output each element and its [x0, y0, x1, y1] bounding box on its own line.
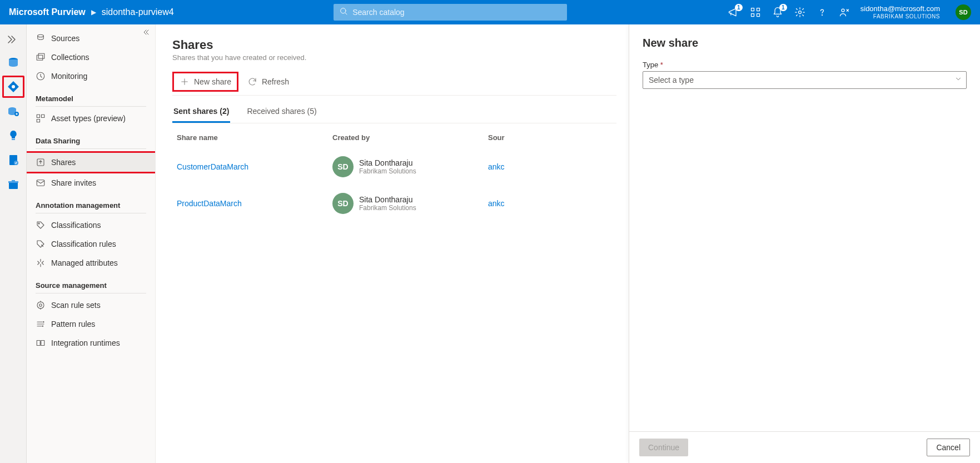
integration-runtimes-icon [36, 338, 46, 348]
sidebar-item-classification-rules[interactable]: Classification rules [27, 235, 155, 253]
classification-rules-icon [36, 239, 46, 249]
rail-data-map[interactable] [2, 76, 24, 98]
sources-icon [36, 33, 46, 43]
sidebar-item-scan-rule-sets[interactable]: Scan rule sets [27, 296, 155, 315]
classifications-icon [36, 220, 46, 230]
refresh-icon [247, 77, 257, 87]
tab-sent-shares[interactable]: Sent shares (2) [172, 102, 230, 123]
sidebar-item-label: Shares [51, 158, 76, 167]
notifications-badge: 1 [779, 4, 787, 11]
user-org: FABRIKAM SOLUTIONS [873, 13, 940, 20]
svg-point-28 [38, 223, 39, 224]
settings-icon[interactable] [794, 6, 806, 18]
source-link[interactable]: ankc [488, 162, 505, 171]
pattern-rules-icon [36, 319, 46, 329]
creator-cell: SD Sita Dontharaju Fabrikam Solutions [332, 193, 488, 214]
svg-point-0 [341, 8, 346, 13]
svg-rect-2 [751, 8, 754, 11]
share-name-link[interactable]: ProductDataMarch [177, 199, 332, 208]
sidebar-item-sources[interactable]: Sources [27, 29, 155, 48]
share-name-link[interactable]: CustomerDataMarch [177, 162, 332, 171]
source-link[interactable]: ankc [488, 199, 505, 208]
type-select[interactable]: Select a type [643, 71, 967, 89]
cancel-button[interactable]: Cancel [927, 439, 970, 456]
sidebar-item-label: Share invites [51, 178, 96, 187]
sidebar-item-shares[interactable]: Shares [27, 153, 155, 172]
creator-org: Fabrikam Solutions [359, 167, 416, 175]
collections-icon [36, 52, 46, 62]
column-share-name[interactable]: Share name [177, 133, 332, 142]
svg-rect-21 [38, 53, 44, 58]
svg-point-29 [37, 302, 44, 308]
rail-catalog[interactable] [2, 51, 24, 73]
cmd-label: New share [194, 77, 231, 86]
sidebar-item-monitoring[interactable]: Monitoring [27, 67, 155, 86]
table-row[interactable]: CustomerDataMarch SD Sita Dontharaju Fab… [172, 148, 616, 185]
type-select-input[interactable]: Select a type [643, 71, 967, 89]
sidebar-item-share-invites[interactable]: Share invites [27, 173, 155, 192]
notifications-icon[interactable]: 1 [772, 6, 784, 18]
svg-rect-3 [757, 8, 759, 11]
brand-title[interactable]: Microsoft Purview [9, 7, 86, 17]
divider [36, 106, 146, 107]
table-row[interactable]: ProductDataMarch SD Sita Dontharaju Fabr… [172, 185, 616, 222]
continue-button[interactable]: Continue [639, 439, 688, 456]
sidebar-item-label: Sources [51, 34, 79, 43]
refresh-button[interactable]: Refresh [242, 73, 295, 90]
help-icon[interactable] [816, 6, 828, 18]
type-field-label: Type * [643, 61, 967, 69]
rail-policy[interactable] [2, 149, 24, 171]
sidebar-item-collections[interactable]: Collections [27, 48, 155, 67]
feedback-icon[interactable] [838, 6, 850, 18]
rail-management[interactable] [2, 173, 24, 196]
sidebar-item-label: Integration runtimes [51, 338, 120, 347]
sidebar-item-managed-attributes[interactable]: Managed attributes [27, 253, 155, 272]
sidebar-item-pattern-rules[interactable]: Pattern rules [27, 315, 155, 333]
divider [36, 293, 146, 293]
creator-avatar: SD [332, 156, 354, 177]
directory-icon[interactable] [749, 6, 762, 18]
sidebar-item-label: Asset types (preview) [51, 114, 126, 123]
svg-rect-14 [12, 139, 15, 140]
chevron-right-icon: ▶ [91, 8, 96, 16]
column-created-by[interactable]: Created by [332, 133, 488, 142]
svg-rect-20 [37, 55, 43, 60]
monitoring-icon [36, 71, 46, 81]
sidebar-item-integration-runtimes[interactable]: Integration runtimes [27, 333, 155, 352]
creator-name: Sita Dontharaju [359, 195, 416, 204]
search-icon [339, 7, 348, 18]
rail-expand-toggle[interactable] [0, 30, 26, 49]
creator-name: Sita Dontharaju [359, 158, 416, 167]
cmd-label: Refresh [262, 77, 289, 86]
svg-point-32 [42, 326, 43, 327]
svg-rect-5 [757, 14, 759, 17]
sidebar-item-classifications[interactable]: Classifications [27, 216, 155, 235]
account-name[interactable]: sidontha-purview4 [102, 7, 174, 17]
new-share-button[interactable]: New share [172, 72, 238, 92]
search-input[interactable] [352, 8, 561, 17]
rail-insights[interactable] [2, 125, 24, 147]
user-avatar[interactable]: SD [956, 4, 971, 20]
sidebar-collapse-toggle[interactable] [141, 28, 150, 38]
svg-point-19 [38, 34, 44, 37]
user-info[interactable]: sidontha@microsoft.com FABRIKAM SOLUTION… [860, 5, 940, 19]
column-source[interactable]: Sour [488, 133, 612, 142]
rail-data-estate[interactable] [2, 100, 24, 122]
sidebar-group-source-mgmt: Source management [27, 278, 155, 291]
svg-point-7 [822, 15, 822, 16]
creator-avatar: SD [332, 193, 354, 214]
announcements-badge: 1 [735, 4, 743, 11]
sidebar-item-asset-types[interactable]: Asset types (preview) [27, 109, 155, 128]
tab-received-shares[interactable]: Received shares (5) [246, 102, 317, 123]
search-box[interactable] [334, 4, 567, 21]
required-indicator: * [660, 61, 663, 69]
scan-rule-sets-icon [36, 300, 46, 310]
sidebar-group-annotation: Annotation management [27, 198, 155, 211]
sidebar-group-metamodel: Metamodel [27, 91, 155, 104]
sidebar-item-label: Collections [51, 53, 89, 62]
sidebar-item-label: Managed attributes [51, 258, 118, 267]
breadcrumb: Microsoft Purview ▶ sidontha-purview4 [9, 7, 174, 17]
main-content: Shares Shares that you have created or r… [156, 24, 629, 463]
announcements-icon[interactable]: 1 [727, 6, 739, 18]
sidebar-item-label: Scan rule sets [51, 301, 101, 310]
